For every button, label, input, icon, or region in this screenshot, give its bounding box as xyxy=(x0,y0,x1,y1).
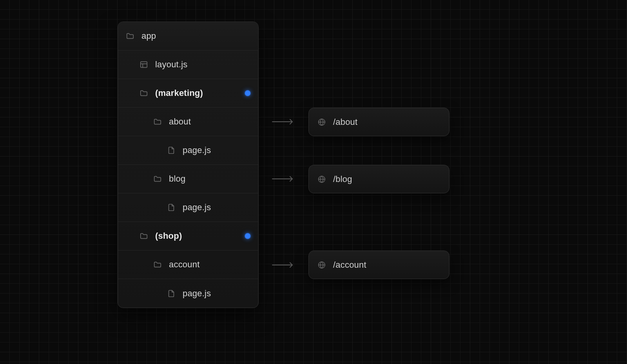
tree-row-label: account xyxy=(169,259,250,270)
globe-icon xyxy=(317,261,326,269)
diagram-stage: app layout.js(marketing)aboutpage.jsblog… xyxy=(0,0,627,364)
svg-rect-0 xyxy=(141,62,147,68)
tree-rows: layout.js(marketing)aboutpage.jsblogpage… xyxy=(118,50,258,308)
file-icon xyxy=(167,146,176,155)
file-icon xyxy=(167,203,176,212)
tree-row: layout.js xyxy=(118,50,258,79)
tree-row-label: about xyxy=(169,117,250,127)
route-badge: /account xyxy=(308,250,449,279)
tree-row-label: page.js xyxy=(183,145,250,155)
folder-icon xyxy=(140,232,148,240)
route-path: /about xyxy=(333,117,449,127)
globe-icon xyxy=(317,118,326,126)
tree-row: (marketing) xyxy=(118,79,258,108)
route-badge: /about xyxy=(308,108,449,136)
tree-row-label: page.js xyxy=(183,202,250,213)
route-path: /account xyxy=(333,260,449,270)
arrow-icon xyxy=(272,261,295,268)
folder-icon xyxy=(153,175,162,183)
tree-row: (shop) xyxy=(118,222,258,250)
arrow-icon xyxy=(272,175,295,182)
tree-row: blog xyxy=(118,165,258,193)
route-group-indicator-icon xyxy=(245,233,250,239)
tree-row-label: layout.js xyxy=(155,59,250,70)
tree-row: page.js xyxy=(118,279,258,308)
folder-icon xyxy=(153,260,162,269)
tree-row: about xyxy=(118,108,258,136)
tree-row: page.js xyxy=(118,193,258,222)
tree-root-row: app xyxy=(118,22,258,50)
tree-row: page.js xyxy=(118,136,258,165)
tree-row-label: (shop) xyxy=(155,231,238,241)
route-badge: /blog xyxy=(308,165,449,193)
tree-row-label: blog xyxy=(169,174,250,184)
folder-icon xyxy=(153,117,162,126)
file-tree-panel: app layout.js(marketing)aboutpage.jsblog… xyxy=(118,22,259,308)
folder-icon xyxy=(140,89,148,97)
tree-root-label: app xyxy=(141,31,250,41)
route-path: /blog xyxy=(333,174,449,184)
file-icon xyxy=(167,289,176,298)
route-group-indicator-icon xyxy=(245,90,250,96)
layout-icon xyxy=(140,60,148,69)
tree-row-label: page.js xyxy=(183,288,250,299)
tree-row: account xyxy=(118,250,258,279)
folder-icon xyxy=(126,32,134,40)
globe-icon xyxy=(317,175,326,184)
tree-row-label: (marketing) xyxy=(155,88,238,98)
arrow-icon xyxy=(272,118,295,125)
